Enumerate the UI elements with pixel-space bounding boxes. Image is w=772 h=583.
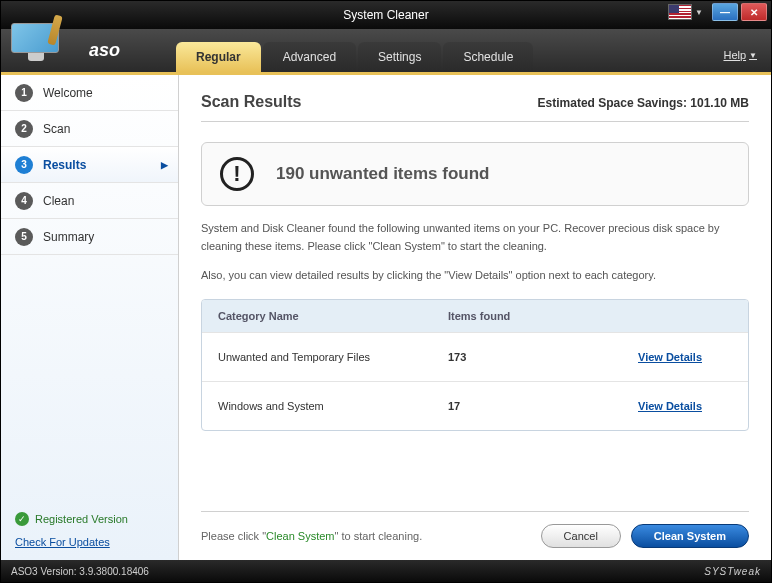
- description-2: Also, you can view detailed results by c…: [201, 269, 749, 281]
- check-updates-link[interactable]: Check For Updates: [15, 536, 164, 548]
- step-label: Summary: [43, 230, 94, 244]
- col-actions: [608, 310, 732, 322]
- step-label: Clean: [43, 194, 74, 208]
- language-dropdown-icon[interactable]: ▼: [695, 8, 703, 17]
- table-row: Windows and System 17 View Details: [202, 381, 748, 430]
- chevron-right-icon: ▶: [161, 160, 168, 170]
- view-details-link[interactable]: View Details: [638, 351, 702, 363]
- sidebar: 1 Welcome 2 Scan 3 Results ▶ 4 Clean 5 S…: [1, 75, 179, 560]
- step-label: Results: [43, 158, 86, 172]
- check-icon: ✓: [15, 512, 29, 526]
- content: Scan Results Estimated Space Savings: 10…: [179, 75, 771, 560]
- footer-hint: Please click "Clean System" to start cle…: [201, 530, 422, 542]
- logo-area: aso: [1, 29, 176, 72]
- chevron-down-icon: ▼: [749, 51, 757, 60]
- step-label: Scan: [43, 122, 70, 136]
- step-num: 3: [15, 156, 33, 174]
- step-label: Welcome: [43, 86, 93, 100]
- sidebar-step-summary[interactable]: 5 Summary: [1, 219, 178, 255]
- registered-status: ✓ Registered Version: [15, 512, 164, 526]
- step-num: 2: [15, 120, 33, 138]
- row-count: 17: [448, 400, 608, 412]
- help-label: Help: [723, 49, 746, 61]
- tab-schedule[interactable]: Schedule: [443, 42, 533, 72]
- minimize-button[interactable]: —: [712, 3, 738, 21]
- space-savings: Estimated Space Savings: 101.10 MB: [538, 96, 749, 110]
- footer-highlight: Clean System: [266, 530, 334, 542]
- tab-advanced[interactable]: Advanced: [263, 42, 356, 72]
- step-num: 4: [15, 192, 33, 210]
- savings-value: 101.10 MB: [690, 96, 749, 110]
- titlebar: System Cleaner ▼ — ✕: [1, 1, 771, 29]
- app-logo-icon: [11, 23, 61, 67]
- sidebar-bottom: ✓ Registered Version Check For Updates: [1, 500, 178, 560]
- header: aso Regular Advanced Settings Schedule H…: [1, 29, 771, 75]
- brand-text: SYSTweak: [704, 566, 761, 577]
- cancel-button[interactable]: Cancel: [541, 524, 621, 548]
- sidebar-step-scan[interactable]: 2 Scan: [1, 111, 178, 147]
- tab-regular[interactable]: Regular: [176, 42, 261, 72]
- footer-buttons: Cancel Clean System: [541, 524, 749, 548]
- titlebar-controls: ▼ — ✕: [668, 3, 767, 21]
- statusbar: ASO3 Version: 3.9.3800.18406 SYSTweak: [1, 560, 771, 582]
- row-count: 173: [448, 351, 608, 363]
- alert-text: 190 unwanted items found: [276, 164, 489, 184]
- page-title: Scan Results: [201, 93, 301, 111]
- help-link[interactable]: Help ▼: [723, 49, 757, 61]
- row-name: Unwanted and Temporary Files: [218, 351, 448, 363]
- col-items: Items found: [448, 310, 608, 322]
- language-flag-icon[interactable]: [668, 4, 692, 20]
- results-table: Category Name Items found Unwanted and T…: [201, 299, 749, 431]
- body: 1 Welcome 2 Scan 3 Results ▶ 4 Clean 5 S…: [1, 75, 771, 560]
- sidebar-step-results[interactable]: 3 Results ▶: [1, 147, 178, 183]
- clean-system-button[interactable]: Clean System: [631, 524, 749, 548]
- window-title: System Cleaner: [343, 8, 428, 22]
- main-tabs: Regular Advanced Settings Schedule: [176, 42, 535, 72]
- close-button[interactable]: ✕: [741, 3, 767, 21]
- warning-icon: !: [220, 157, 254, 191]
- tab-settings[interactable]: Settings: [358, 42, 441, 72]
- app-window: System Cleaner ▼ — ✕ aso Regular Advance…: [0, 0, 772, 583]
- version-text: ASO3 Version: 3.9.3800.18406: [11, 566, 149, 577]
- content-footer: Please click "Clean System" to start cle…: [201, 511, 749, 548]
- sidebar-step-welcome[interactable]: 1 Welcome: [1, 75, 178, 111]
- sidebar-step-clean[interactable]: 4 Clean: [1, 183, 178, 219]
- row-name: Windows and System: [218, 400, 448, 412]
- content-header: Scan Results Estimated Space Savings: 10…: [201, 93, 749, 122]
- savings-label: Estimated Space Savings:: [538, 96, 691, 110]
- logo-text: aso: [89, 40, 120, 61]
- alert-box: ! 190 unwanted items found: [201, 142, 749, 206]
- table-row: Unwanted and Temporary Files 173 View De…: [202, 332, 748, 381]
- table-header: Category Name Items found: [202, 300, 748, 332]
- col-category: Category Name: [218, 310, 448, 322]
- description-1: System and Disk Cleaner found the follow…: [201, 220, 749, 255]
- step-num: 5: [15, 228, 33, 246]
- view-details-link[interactable]: View Details: [638, 400, 702, 412]
- registered-label: Registered Version: [35, 513, 128, 525]
- step-num: 1: [15, 84, 33, 102]
